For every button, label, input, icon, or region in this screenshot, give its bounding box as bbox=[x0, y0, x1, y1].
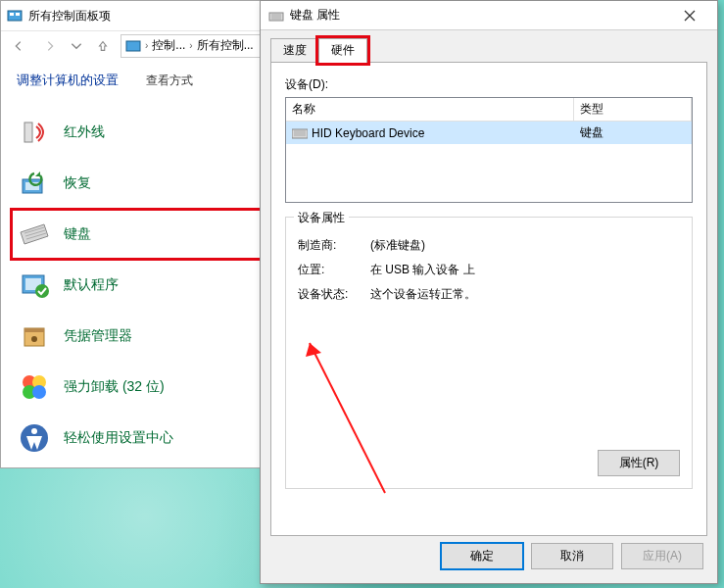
close-icon bbox=[684, 10, 696, 22]
tab-speed[interactable]: 速度 bbox=[270, 38, 319, 62]
devices-label: 设备(D): bbox=[285, 76, 693, 93]
close-button[interactable] bbox=[670, 2, 709, 29]
device-row-type: 键盘 bbox=[574, 122, 692, 144]
cp-item-label: 凭据管理器 bbox=[64, 327, 132, 345]
keyboard-properties-dialog: 键盘 属性 速度 硬件 设备(D): 名称 类型 HID Keyboard De… bbox=[260, 0, 718, 584]
view-mode-label[interactable]: 查看方式 bbox=[146, 73, 193, 89]
keyboard-row-icon bbox=[292, 127, 308, 139]
svg-point-16 bbox=[31, 336, 37, 342]
prop-key: 位置: bbox=[298, 262, 370, 278]
column-name[interactable]: 名称 bbox=[286, 98, 574, 121]
infrared-icon bbox=[19, 117, 50, 148]
keyboard-icon bbox=[19, 219, 50, 250]
button-label: 属性(R) bbox=[619, 456, 659, 469]
device-row[interactable]: HID Keyboard Device 键盘 bbox=[286, 122, 692, 144]
control-panel-title: 所有控制面板项 bbox=[28, 8, 111, 24]
up-button[interactable] bbox=[89, 34, 117, 58]
chevron-right-icon: › bbox=[143, 40, 150, 51]
dialog-body: 速度 硬件 设备(D): 名称 类型 HID Keyboard Device 键… bbox=[261, 30, 717, 534]
ease-of-access-icon bbox=[19, 422, 50, 454]
cp-item-label: 红外线 bbox=[64, 123, 105, 141]
svg-rect-4 bbox=[24, 122, 32, 142]
device-row-name: HID Keyboard Device bbox=[286, 122, 574, 144]
back-button[interactable] bbox=[5, 34, 32, 58]
svg-point-20 bbox=[32, 385, 46, 399]
dialog-titlebar[interactable]: 键盘 属性 bbox=[261, 1, 717, 30]
tab-strip: 速度 硬件 bbox=[270, 38, 707, 62]
adjust-settings-title: 调整计算机的设置 bbox=[17, 72, 119, 89]
prop-status: 设备状态: 这个设备运转正常。 bbox=[298, 286, 680, 303]
button-label: 取消 bbox=[560, 549, 584, 563]
cp-item-label: 轻松使用设置中心 bbox=[64, 429, 173, 447]
breadcrumb-part[interactable]: 控制... bbox=[152, 37, 185, 54]
device-properties-group: 设备属性 制造商: (标准键盘) 位置: 在 USB 输入设备 上 设备状态: … bbox=[285, 217, 693, 489]
svg-rect-3 bbox=[126, 41, 140, 51]
tab-panel-hardware: 设备(D): 名称 类型 HID Keyboard Device 键盘 设备属性 bbox=[270, 62, 707, 536]
recent-dropdown[interactable] bbox=[68, 34, 85, 58]
devices-listview[interactable]: 名称 类型 HID Keyboard Device 键盘 bbox=[285, 97, 693, 203]
cp-item-label: 键盘 bbox=[64, 225, 91, 243]
chevron-right-icon: › bbox=[187, 40, 194, 51]
cp-item-label: 恢复 bbox=[64, 174, 91, 192]
tab-label: 速度 bbox=[283, 43, 307, 57]
listview-header[interactable]: 名称 类型 bbox=[286, 98, 692, 122]
cp-item-label: 默认程序 bbox=[64, 276, 119, 294]
svg-rect-15 bbox=[24, 328, 44, 332]
recovery-icon bbox=[19, 168, 50, 199]
keyboard-small-icon bbox=[268, 8, 284, 24]
cancel-button[interactable]: 取消 bbox=[531, 543, 613, 569]
svg-rect-2 bbox=[16, 13, 20, 16]
tab-hardware[interactable]: 硬件 bbox=[318, 38, 367, 63]
svg-rect-1 bbox=[10, 13, 14, 16]
control-panel-crumb-icon bbox=[125, 38, 141, 54]
group-title: 设备属性 bbox=[294, 210, 349, 226]
forward-button[interactable] bbox=[36, 34, 64, 58]
svg-point-13 bbox=[35, 284, 49, 298]
control-panel-icon bbox=[7, 8, 23, 24]
credential-manager-icon bbox=[19, 320, 50, 352]
dialog-title: 键盘 属性 bbox=[290, 7, 340, 24]
prop-key: 设备状态: bbox=[298, 286, 370, 303]
prop-value: 在 USB 输入设备 上 bbox=[370, 262, 680, 278]
prop-manufacturer: 制造商: (标准键盘) bbox=[298, 237, 680, 254]
force-uninstall-icon bbox=[19, 371, 50, 403]
ok-button[interactable]: 确定 bbox=[441, 543, 523, 569]
prop-location: 位置: 在 USB 输入设备 上 bbox=[298, 262, 680, 278]
prop-value: 这个设备运转正常。 bbox=[370, 286, 680, 303]
prop-key: 制造商: bbox=[298, 237, 370, 254]
prop-value: (标准键盘) bbox=[370, 237, 680, 254]
properties-button[interactable]: 属性(R) bbox=[598, 450, 680, 476]
device-name-text: HID Keyboard Device bbox=[312, 126, 424, 140]
cp-item-label: 强力卸载 (32 位) bbox=[64, 378, 165, 396]
column-type[interactable]: 类型 bbox=[574, 98, 692, 121]
button-label: 确定 bbox=[470, 549, 494, 563]
breadcrumb-part[interactable]: 所有控制... bbox=[197, 37, 254, 54]
apply-button: 应用(A) bbox=[621, 543, 703, 569]
default-programs-icon bbox=[19, 270, 50, 301]
svg-point-22 bbox=[31, 428, 37, 434]
tab-label: 硬件 bbox=[331, 43, 355, 57]
button-label: 应用(A) bbox=[643, 549, 682, 563]
dialog-footer: 确定 取消 应用(A) bbox=[261, 534, 717, 577]
